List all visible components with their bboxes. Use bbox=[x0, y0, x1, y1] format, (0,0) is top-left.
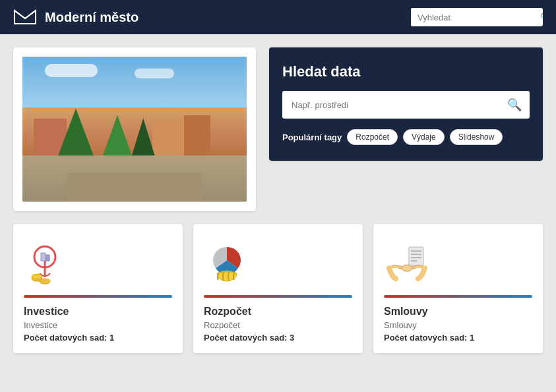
card-rozpocet[interactable]: Rozpočet Rozpočet Počet datových sad: 3 bbox=[193, 224, 363, 353]
svg-rect-5 bbox=[41, 253, 46, 261]
logo-area: Moderní město bbox=[13, 8, 139, 26]
image-card bbox=[13, 47, 256, 211]
cards-section: Investice Investice Počet datových sad: … bbox=[13, 224, 543, 353]
card-smlouvy[interactable]: Smlouvy Smlouvy Počet datových sad: 1 bbox=[373, 224, 543, 353]
header-search-input[interactable] bbox=[411, 9, 535, 26]
card-rozpocet-title: Rozpočet bbox=[204, 306, 352, 318]
search-card-title: Hledat data bbox=[282, 63, 530, 80]
tag-rozpocet[interactable]: Rozpočet bbox=[347, 129, 398, 145]
svg-point-16 bbox=[402, 265, 412, 271]
header: Moderní město 🔍 bbox=[0, 0, 556, 34]
data-search-input[interactable] bbox=[282, 94, 499, 117]
card-investice-subtitle: Investice bbox=[24, 320, 172, 330]
card-rozpocet-subtitle: Rozpočet bbox=[204, 320, 352, 330]
smlouvy-icon bbox=[384, 240, 430, 287]
investice-icon bbox=[24, 240, 70, 287]
svg-rect-6 bbox=[46, 255, 49, 261]
card-rozpocet-divider bbox=[204, 295, 352, 298]
tag-slideshow[interactable]: Slideshow bbox=[450, 129, 503, 145]
logo-icon bbox=[13, 8, 37, 26]
site-title: Moderní město bbox=[45, 10, 139, 25]
svg-rect-11 bbox=[409, 247, 423, 266]
card-smlouvy-count: Počet datových sad: 1 bbox=[384, 333, 532, 343]
tags-label: Populární tagy bbox=[282, 132, 342, 142]
card-investice-divider bbox=[24, 295, 172, 298]
town-image bbox=[22, 57, 247, 202]
top-section: Hledat data 🔍 Populární tagy Rozpočet Vý… bbox=[13, 47, 543, 211]
svg-point-8 bbox=[32, 274, 42, 279]
header-search-box[interactable]: 🔍 bbox=[411, 8, 543, 26]
main-content: Hledat data 🔍 Populární tagy Rozpočet Vý… bbox=[0, 34, 556, 366]
card-smlouvy-divider bbox=[384, 295, 532, 298]
rozpocet-icon bbox=[204, 240, 250, 287]
header-search-button[interactable]: 🔍 bbox=[535, 8, 543, 26]
data-search-button[interactable]: 🔍 bbox=[499, 91, 530, 119]
svg-point-9 bbox=[40, 279, 50, 284]
card-rozpocet-count: Počet datových sad: 3 bbox=[204, 333, 352, 343]
card-smlouvy-title: Smlouvy bbox=[384, 306, 532, 318]
tag-vydaje[interactable]: Výdaje bbox=[403, 129, 445, 145]
card-smlouvy-subtitle: Smlouvy bbox=[384, 320, 532, 330]
card-investice-icon-area bbox=[24, 237, 172, 290]
card-investice-title: Investice bbox=[24, 306, 172, 318]
tags-row: Populární tagy Rozpočet Výdaje Slideshow bbox=[282, 129, 530, 145]
card-investice-count: Počet datových sad: 1 bbox=[24, 333, 172, 343]
card-investice[interactable]: Investice Investice Počet datových sad: … bbox=[13, 224, 183, 353]
search-card: Hledat data 🔍 Populární tagy Rozpočet Vý… bbox=[269, 47, 543, 161]
data-search-box[interactable]: 🔍 bbox=[282, 91, 530, 119]
card-rozpocet-icon-area bbox=[204, 237, 352, 290]
card-smlouvy-icon-area bbox=[384, 237, 532, 290]
